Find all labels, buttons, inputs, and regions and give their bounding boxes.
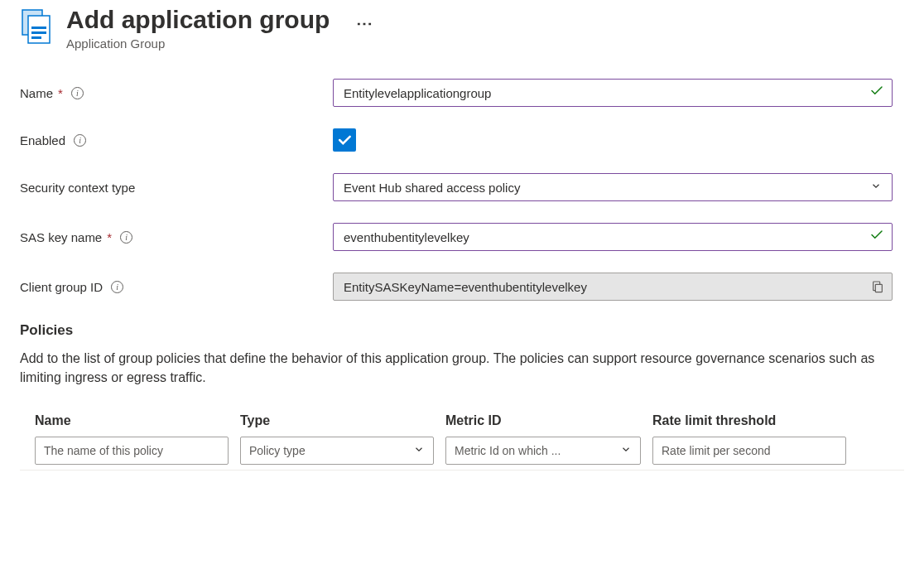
- security-context-type-value: Event Hub shared access policy: [344, 181, 520, 195]
- policy-metric-id-select[interactable]: Metric Id on which ...: [445, 437, 641, 465]
- svg-rect-3: [31, 31, 46, 34]
- checkmark-icon: [869, 84, 884, 103]
- policy-name-input[interactable]: [35, 437, 229, 465]
- client-group-id-input: [333, 273, 893, 301]
- info-icon[interactable]: i: [111, 281, 123, 293]
- row-enabled: Enabled i: [20, 128, 904, 152]
- chevron-down-icon: [620, 444, 632, 458]
- col-type: Type: [240, 413, 445, 428]
- info-icon[interactable]: i: [74, 134, 86, 147]
- policies-description: Add to the list of group policies that d…: [20, 349, 904, 387]
- col-name: Name: [35, 413, 240, 428]
- page-title: Add application group: [66, 5, 330, 35]
- svg-rect-2: [31, 27, 46, 29]
- svg-rect-5: [875, 284, 882, 292]
- policies-columns: Name Type Metric ID Rate limit threshold: [20, 407, 904, 437]
- sas-key-name-input[interactable]: [333, 223, 893, 251]
- more-button[interactable]: ⋯: [356, 13, 373, 33]
- policy-type-select[interactable]: Policy type: [240, 437, 434, 465]
- page-subtitle: Application Group: [66, 36, 330, 51]
- row-security-context-type: Security context type Event Hub shared a…: [20, 173, 904, 201]
- checkmark-icon: [869, 228, 884, 247]
- chevron-down-icon: [870, 181, 882, 195]
- name-required-asterisk: *: [58, 86, 63, 100]
- policies-title: Policies: [20, 322, 904, 339]
- enabled-checkbox[interactable]: [333, 128, 356, 152]
- svg-rect-1: [28, 16, 50, 43]
- policy-metric-id-placeholder: Metric Id on which ...: [455, 444, 580, 457]
- security-context-type-select[interactable]: Event Hub shared access policy: [333, 173, 893, 201]
- name-label: Name: [20, 86, 53, 100]
- sas-key-required-asterisk: *: [107, 230, 112, 244]
- row-name: Name * i: [20, 79, 904, 107]
- chevron-down-icon: [413, 444, 425, 458]
- svg-rect-4: [31, 36, 41, 39]
- row-sas-key-name: SAS key name * i: [20, 223, 904, 251]
- enabled-label: Enabled: [20, 133, 65, 147]
- security-context-type-label: Security context type: [20, 181, 135, 195]
- col-metric-id: Metric ID: [445, 413, 652, 428]
- info-icon[interactable]: i: [120, 231, 132, 244]
- name-input[interactable]: [333, 79, 893, 107]
- col-threshold: Rate limit threshold: [652, 413, 858, 428]
- client-group-id-label: Client group ID: [20, 280, 103, 294]
- copy-icon[interactable]: [871, 280, 884, 293]
- sas-key-name-label: SAS key name: [20, 230, 102, 244]
- policies-input-row: Policy type Metric Id on which ...: [20, 437, 904, 471]
- row-client-group-id: Client group ID i: [20, 273, 904, 301]
- policy-type-placeholder: Policy type: [249, 444, 325, 457]
- policy-threshold-input[interactable]: [652, 437, 846, 465]
- info-icon[interactable]: i: [71, 87, 84, 99]
- page-header: Add application group Application Group …: [20, 5, 904, 51]
- app-group-icon: [20, 8, 55, 48]
